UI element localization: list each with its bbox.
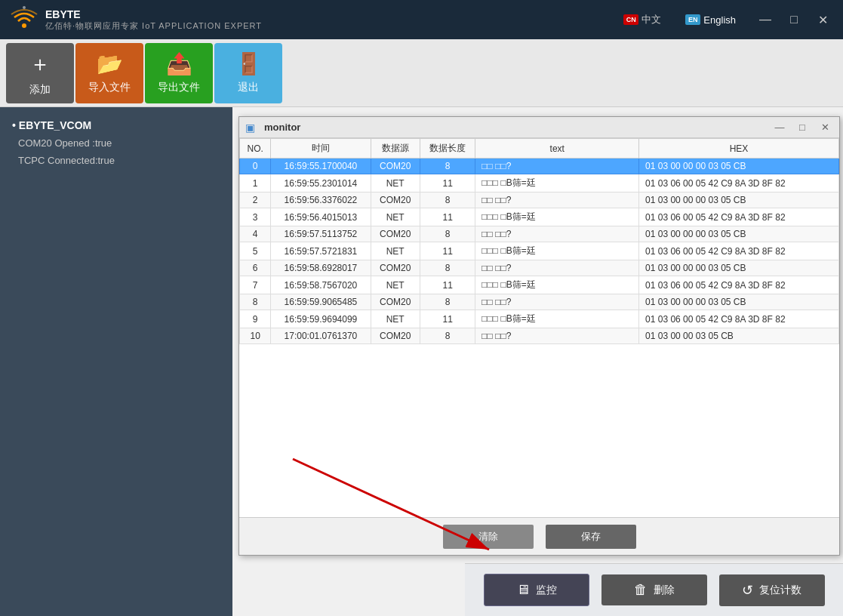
monitor-restore-button[interactable]: □ [794,121,811,134]
cell-time: 16:59:56.4015013 [271,208,371,226]
cell-length: 8 [420,226,475,242]
import-icon: 📂 [97,51,123,76]
monitor-minimize-button[interactable]: — [771,121,788,134]
cell-time: 16:59:55.2301014 [271,174,371,192]
col-hex-header: HEX [639,139,839,159]
lang-cn-button[interactable]: CN 中文 [617,10,667,29]
lang-en-button[interactable]: EN English [679,11,742,29]
cell-text: □□ □□? [475,192,639,208]
titlebar: EBYTE 亿佰特·物联网应用专家 IoT APPLICATION EXPERT… [0,0,843,39]
col-no-header: NO. [240,139,271,159]
cell-source: NET [371,310,420,328]
svg-point-0 [22,23,26,28]
cell-text: □□ □□? [475,294,639,310]
cell-time: 16:59:59.9694099 [271,310,371,328]
cell-no: 6 [240,260,271,276]
cell-length: 8 [420,192,475,208]
cell-text: □□□ □B筛=廷 [475,310,639,328]
cell-no: 10 [240,328,271,344]
monitor-bottom-button[interactable]: 🖥 监控 [484,574,589,606]
table-row[interactable]: 2 16:59:56.3376022 COM20 8 □□ □□? 01 03 … [240,192,839,208]
cell-text: □□□ □B筛=廷 [475,276,639,294]
cell-length: 8 [420,294,475,310]
cell-source: NET [371,242,420,260]
cell-hex: 01 03 00 00 00 03 05 CB [639,192,839,208]
table-row[interactable]: 4 16:59:57.5113752 COM20 8 □□ □□? 01 03 … [240,226,839,242]
cell-length: 8 [420,159,475,174]
table-row[interactable]: 8 16:59:59.9065485 COM20 8 □□ □□? 01 03 … [240,294,839,310]
brand-name: EBYTE [45,8,262,20]
cell-time: 16:59:56.3376022 [271,192,371,208]
cell-hex: 01 03 00 00 00 03 05 CB [639,226,839,242]
add-button[interactable]: ＋ 添加 [6,43,74,103]
cell-source: NET [371,208,420,226]
cell-no: 8 [240,294,271,310]
col-length-header: 数据长度 [420,139,475,159]
import-label: 导入文件 [88,81,131,94]
cell-time: 16:59:59.9065485 [271,294,371,310]
window-controls: — □ ✕ [754,8,834,31]
brand-tagline: 亿佰特·物联网应用专家 IoT APPLICATION EXPERT [45,20,262,32]
monitor-footer: 清除 保存 [239,517,839,555]
export-icon: 📤 [166,51,192,76]
table-row[interactable]: 9 16:59:59.9694099 NET 11 □□□ □B筛=廷 01 0… [240,310,839,328]
restore-button[interactable]: □ [783,8,805,31]
cell-length: 11 [420,310,475,328]
monitor-panel: ▣ monitor — □ ✕ NO. 时间 数据源 数据长度 text [232,107,843,616]
cell-source: NET [371,174,420,192]
cell-text: □□ □□? [475,328,639,344]
col-source-header: 数据源 [371,139,420,159]
logout-button[interactable]: 🚪 退出 [214,43,282,103]
table-row[interactable]: 5 16:59:57.5721831 NET 11 □□□ □B筛=廷 01 0… [240,242,839,260]
cell-text: □□ □□? [475,260,639,276]
monitor-table-container: NO. 时间 数据源 数据长度 text HEX 0 16:59:55.1700… [239,138,839,344]
cell-source: NET [371,276,420,294]
cell-no: 7 [240,276,271,294]
cell-time: 16:59:55.1700040 [271,159,371,174]
cell-source: COM20 [371,192,420,208]
close-button[interactable]: ✕ [811,8,834,31]
cell-source: COM20 [371,294,420,310]
language-switcher: CN 中文 EN English [617,10,742,29]
table-row[interactable]: 0 16:59:55.1700040 COM20 8 □□ □□? 01 03 … [240,159,839,174]
table-row[interactable]: 6 16:59:58.6928017 COM20 8 □□ □□? 01 03 … [240,260,839,276]
cell-hex: 01 03 00 00 00 03 05 CB [639,260,839,276]
cell-hex: 01 03 06 00 05 42 C9 8A 3D 8F 82 [639,310,839,328]
minimize-button[interactable]: — [754,8,777,31]
cell-source: COM20 [371,260,420,276]
add-label: 添加 [29,83,51,97]
com-status: COM20 Opened :true [18,134,220,152]
sidebar-device-item: • EBYTE_VCOM COM20 Opened :true TCPC Con… [12,119,220,170]
monitor-bottom-icon: 🖥 [516,582,530,598]
cell-no: 2 [240,192,271,208]
sidebar: • EBYTE_VCOM COM20 Opened :true TCPC Con… [0,107,232,616]
toolbar: ＋ 添加 📂 导入文件 📤 导出文件 🚪 退出 [0,39,843,107]
table-row[interactable]: 7 16:59:58.7567020 NET 11 □□□ □B筛=廷 01 0… [240,276,839,294]
cell-source: COM20 [371,159,420,174]
export-button[interactable]: 📤 导出文件 [145,43,213,103]
table-row[interactable]: 3 16:59:56.4015013 NET 11 □□□ □B筛=廷 01 0… [240,208,839,226]
cell-no: 3 [240,208,271,226]
cell-text: □□□ □B筛=廷 [475,174,639,192]
cell-hex: 01 03 06 00 05 42 C9 8A 3D 8F 82 [639,174,839,192]
cell-hex: 01 03 06 00 05 42 C9 8A 3D 8F 82 [639,276,839,294]
table-row[interactable]: 1 16:59:55.2301014 NET 11 □□□ □B筛=廷 01 0… [240,174,839,192]
save-button[interactable]: 保存 [546,525,636,549]
table-row[interactable]: 10 17:00:01.0761370 COM20 8 □□ □□? 01 03… [240,328,839,344]
cell-length: 11 [420,208,475,226]
cell-time: 16:59:58.6928017 [271,260,371,276]
monitor-close-button[interactable]: ✕ [817,121,833,134]
clear-button[interactable]: 清除 [443,525,534,549]
cn-badge: CN [623,14,638,25]
monitor-table-body: 0 16:59:55.1700040 COM20 8 □□ □□? 01 03 … [240,159,839,344]
import-button[interactable]: 📂 导入文件 [75,43,143,103]
logo: EBYTE 亿佰特·物联网应用专家 IoT APPLICATION EXPERT [9,5,262,35]
monitor-window: ▣ monitor — □ ✕ NO. 时间 数据源 数据长度 text [238,116,840,556]
cell-text: □□□ □B筛=廷 [475,208,639,226]
cell-no: 5 [240,242,271,260]
reset-button[interactable]: ↺ 复位计数 [719,574,825,606]
delete-button[interactable]: 🗑 删除 [601,574,707,605]
cell-length: 11 [420,174,475,192]
cell-hex: 01 03 00 00 03 05 CB [639,328,839,344]
monitor-icon: ▣ [245,122,255,134]
